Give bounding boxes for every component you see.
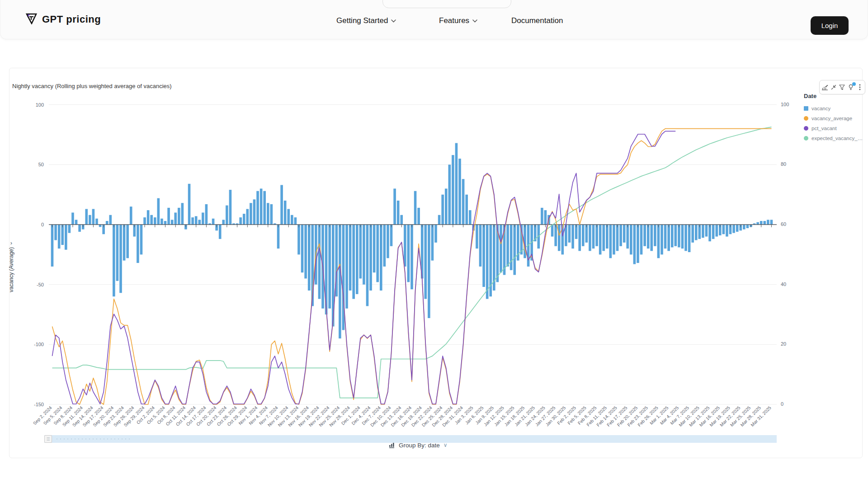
- legend-item-vacancy-average[interactable]: vacancy_average: [804, 116, 865, 121]
- bar[interactable]: [277, 225, 280, 249]
- bar[interactable]: [764, 221, 766, 225]
- bar[interactable]: [486, 225, 489, 299]
- bar[interactable]: [410, 225, 413, 289]
- bar[interactable]: [140, 225, 143, 254]
- bar[interactable]: [568, 225, 571, 243]
- bar[interactable]: [226, 206, 228, 225]
- bar[interactable]: [431, 225, 434, 261]
- bar[interactable]: [458, 159, 461, 225]
- bar[interactable]: [75, 220, 78, 225]
- bar[interactable]: [291, 215, 293, 225]
- bar[interactable]: [678, 225, 680, 247]
- bar[interactable]: [599, 225, 602, 254]
- bar[interactable]: [58, 225, 61, 249]
- bar[interactable]: [229, 190, 232, 225]
- bar[interactable]: [606, 225, 609, 249]
- bar[interactable]: [671, 225, 674, 247]
- bar[interactable]: [592, 225, 595, 249]
- bar[interactable]: [85, 209, 88, 225]
- bar[interactable]: [369, 225, 372, 291]
- bar[interactable]: [626, 225, 629, 249]
- bar[interactable]: [452, 155, 454, 225]
- bar[interactable]: [260, 188, 263, 225]
- bar[interactable]: [417, 208, 420, 225]
- vacancy-bars[interactable]: [51, 143, 773, 338]
- bar[interactable]: [157, 198, 160, 225]
- bar[interactable]: [222, 220, 225, 225]
- bar[interactable]: [445, 188, 448, 225]
- bar[interactable]: [558, 225, 561, 251]
- bar[interactable]: [270, 204, 273, 225]
- bar[interactable]: [373, 225, 376, 272]
- bar[interactable]: [414, 191, 417, 225]
- bar[interactable]: [448, 164, 451, 225]
- bar[interactable]: [92, 209, 95, 225]
- bar[interactable]: [256, 191, 259, 225]
- bar[interactable]: [510, 225, 513, 270]
- bar[interactable]: [390, 225, 393, 246]
- bar[interactable]: [137, 225, 139, 263]
- bar[interactable]: [640, 225, 643, 254]
- bar[interactable]: [455, 143, 458, 225]
- bar[interactable]: [167, 208, 170, 225]
- insights-bulb-icon[interactable]: [847, 84, 854, 91]
- bar[interactable]: [123, 225, 126, 261]
- bar[interactable]: [359, 225, 362, 278]
- bar[interactable]: [681, 225, 684, 249]
- bar[interactable]: [438, 215, 441, 225]
- bar[interactable]: [609, 225, 612, 258]
- bar[interactable]: [654, 225, 656, 246]
- bar[interactable]: [380, 225, 382, 291]
- more-kebab-icon[interactable]: [856, 84, 863, 91]
- bar[interactable]: [462, 179, 465, 225]
- bar[interactable]: [637, 225, 639, 263]
- bar[interactable]: [174, 212, 177, 225]
- bar[interactable]: [366, 225, 369, 306]
- bar[interactable]: [616, 225, 619, 251]
- bar[interactable]: [352, 225, 355, 299]
- bar[interactable]: [732, 225, 735, 233]
- bar[interactable]: [304, 225, 307, 278]
- bar[interactable]: [383, 225, 386, 267]
- bar[interactable]: [513, 225, 516, 275]
- bar[interactable]: [664, 225, 667, 249]
- bar[interactable]: [301, 225, 304, 272]
- bar[interactable]: [219, 225, 222, 239]
- chart-canvas[interactable]: 100500-50-100-150100806040200Sep 2, 2024…: [0, 0, 868, 488]
- bar[interactable]: [746, 225, 749, 228]
- bar[interactable]: [297, 225, 300, 254]
- bar[interactable]: [647, 225, 650, 249]
- bar[interactable]: [397, 201, 400, 225]
- bar[interactable]: [657, 225, 660, 258]
- bar[interactable]: [695, 225, 698, 240]
- bar[interactable]: [705, 225, 708, 237]
- bar[interactable]: [294, 217, 297, 225]
- bar[interactable]: [506, 225, 509, 267]
- bar[interactable]: [712, 225, 715, 239]
- bar[interactable]: [263, 191, 266, 225]
- bar[interactable]: [109, 215, 112, 225]
- bar[interactable]: [198, 220, 201, 225]
- bar[interactable]: [171, 220, 174, 225]
- bar[interactable]: [150, 215, 153, 225]
- group-by-control[interactable]: Group By: date ∨: [389, 439, 448, 451]
- bar[interactable]: [551, 225, 554, 237]
- bar[interactable]: [434, 225, 437, 243]
- bar[interactable]: [339, 225, 341, 338]
- bar[interactable]: [195, 216, 198, 225]
- bar[interactable]: [318, 225, 321, 299]
- bar[interactable]: [404, 225, 406, 267]
- bar[interactable]: [651, 225, 653, 251]
- bar[interactable]: [160, 219, 163, 225]
- bar[interactable]: [89, 215, 91, 225]
- bar[interactable]: [154, 217, 156, 225]
- bar[interactable]: [407, 225, 410, 282]
- bar[interactable]: [602, 225, 605, 251]
- bar[interactable]: [387, 225, 389, 258]
- bar[interactable]: [126, 225, 129, 258]
- bar[interactable]: [328, 225, 331, 309]
- bar[interactable]: [541, 208, 543, 225]
- bar[interactable]: [767, 220, 769, 225]
- bar[interactable]: [191, 217, 194, 225]
- bar[interactable]: [715, 225, 718, 237]
